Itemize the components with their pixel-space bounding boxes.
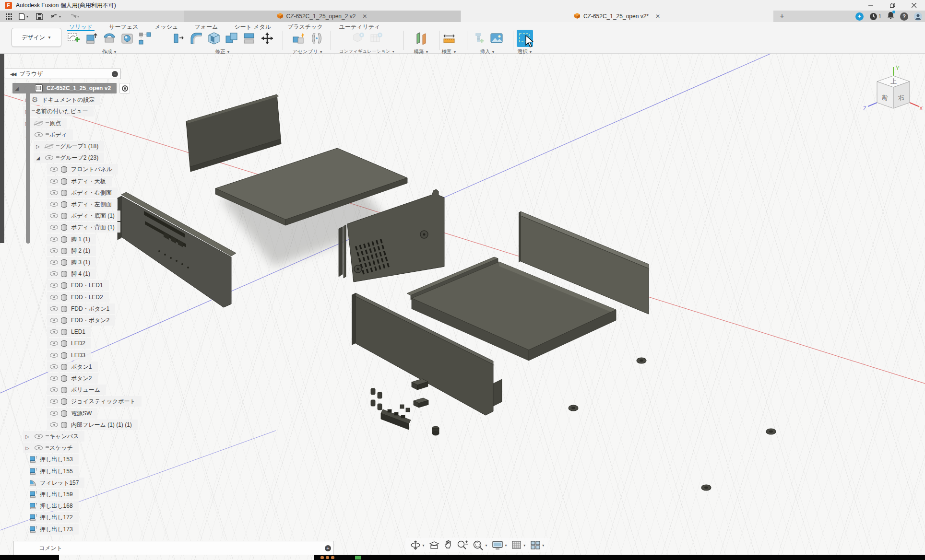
visibility-icon[interactable] (50, 237, 58, 242)
browser-row-node[interactable]: ▷キャンバス (23, 431, 84, 442)
visibility-icon[interactable] (45, 155, 53, 160)
ribbon-group-label[interactable]: 検査 ▼ (434, 48, 464, 55)
browser-row-node[interactable]: FDD・LED1 (47, 280, 109, 291)
visibility-icon[interactable] (50, 295, 58, 300)
extensions-icon[interactable]: ✦ (855, 12, 864, 21)
visibility-icon[interactable] (50, 376, 58, 381)
visibility-icon[interactable] (50, 399, 58, 404)
visibility-icon[interactable] (50, 387, 58, 392)
visibility-off-icon[interactable] (35, 121, 43, 126)
small-parts-cluster[interactable] (371, 379, 439, 435)
collapse-panel-icon[interactable]: ◀◀ (10, 71, 15, 77)
orbit-tool-icon[interactable]: ▼ (410, 540, 425, 550)
extrude-icon[interactable] (83, 30, 100, 47)
display-settings-icon[interactable]: ▼ (492, 540, 508, 550)
look-at-tool-icon[interactable] (429, 540, 439, 550)
activate-component-radio[interactable] (119, 83, 130, 93)
visibility-icon[interactable] (50, 179, 58, 184)
joint-icon[interactable] (308, 30, 325, 47)
visibility-icon[interactable] (50, 411, 58, 416)
measure-icon[interactable] (441, 30, 457, 47)
visibility-icon[interactable] (35, 445, 43, 450)
fit-tool-icon[interactable]: ▼ (472, 540, 488, 550)
visibility-off-icon[interactable] (45, 144, 53, 149)
browser-row-node[interactable]: ボディ・底面 (1) (47, 210, 120, 221)
document-tab-1[interactable]: CZ-652C_1_25_open_2 v2 ✕ (184, 11, 461, 22)
pattern-icon[interactable] (137, 30, 153, 47)
browser-row-node[interactable]: ▷スケッチ (23, 443, 79, 453)
pan-tool-icon[interactable] (443, 540, 453, 550)
visibility-icon[interactable] (50, 213, 58, 218)
browser-row-node[interactable]: LED3 (47, 350, 91, 361)
window-title-bar[interactable]: F Autodesk Fusion 個人用(商用利用不可) (0, 0, 925, 11)
browser-row-node[interactable]: 電源SW (47, 408, 97, 419)
visibility-icon[interactable] (50, 248, 58, 253)
visibility-icon[interactable] (50, 190, 58, 195)
browser-row-node[interactable]: FDD・LED2 (47, 292, 109, 303)
visibility-icon[interactable] (50, 318, 58, 323)
visibility-icon[interactable] (50, 341, 58, 346)
browser-row-node[interactable]: ボリューム (47, 385, 106, 395)
visibility-icon[interactable] (50, 225, 58, 230)
browser-row-node[interactable]: ◢グループ2 (23) (34, 152, 104, 163)
browser-row-feature[interactable]: ↑押し出し159 (30, 489, 79, 500)
move-icon[interactable] (259, 30, 275, 47)
browser-row-node[interactable]: 脚 2 (1) (47, 245, 96, 256)
document-tab-2[interactable]: CZ-652C_1_25_open v2* ✕ (461, 11, 773, 22)
browser-row-node[interactable]: LED1 (47, 327, 91, 337)
browser-row-feature[interactable]: ↑押し出し172 (30, 512, 79, 523)
ribbon-group-label[interactable]: 挿入 ▼ (464, 48, 510, 55)
visibility-icon[interactable] (50, 329, 58, 334)
visibility-icon[interactable] (50, 283, 58, 288)
browser-row-node[interactable]: 脚 1 (1) (47, 234, 96, 245)
browser-row-node[interactable]: ボディ・右側面 (47, 187, 118, 198)
browser-row-feature[interactable]: フィレット157 (30, 478, 84, 488)
tab-2-close-icon[interactable]: ✕ (655, 13, 660, 20)
ribbon-group-label[interactable]: 選択 ▼ (510, 48, 540, 55)
comment-bar[interactable]: コメント + (13, 541, 334, 555)
browser-row-node[interactable]: ボディ・左側面 (47, 199, 118, 210)
visibility-icon[interactable] (50, 306, 58, 311)
browser-row-node[interactable]: ▷名前の付いたビュー (23, 106, 94, 117)
tab-1-close-icon[interactable]: ✕ (362, 13, 367, 20)
job-status-icon[interactable]: 1 (869, 12, 881, 21)
visibility-icon[interactable] (50, 167, 58, 172)
viewports-icon[interactable]: ▼ (530, 540, 545, 550)
ribbon-group-label[interactable]: 構築 ▼ (406, 48, 437, 55)
browser-row-node[interactable]: ▷⚙ドキュメントの設定 (23, 94, 100, 105)
configuration-icon[interactable] (350, 30, 367, 47)
browser-scrollbar[interactable] (26, 85, 30, 244)
visibility-icon[interactable] (50, 260, 58, 265)
minimize-button[interactable] (860, 0, 882, 11)
visibility-icon[interactable] (50, 422, 58, 427)
zoom-tool-icon[interactable] (457, 540, 468, 550)
browser-row-feature[interactable]: ↑押し出し173 (30, 524, 79, 535)
construction-plane-icon[interactable] (413, 30, 429, 47)
browser-row-node[interactable]: ボタン1 (47, 362, 98, 372)
visibility-icon[interactable] (50, 364, 58, 369)
browser-row-node[interactable]: ボディ・背面 (1) (47, 222, 120, 233)
add-comment-icon[interactable]: + (325, 545, 331, 551)
press-pull-icon[interactable] (170, 30, 187, 47)
browser-row-node[interactable]: FDD・ボタン1 (47, 303, 115, 314)
insert-fastener-icon[interactable] (471, 30, 487, 47)
visibility-icon[interactable] (35, 434, 43, 439)
expand-arrow-icon[interactable]: ▷ (23, 434, 32, 439)
ribbon-group-label[interactable]: 作成 ▼ (61, 48, 157, 55)
profile-avatar[interactable] (914, 12, 922, 21)
redo-icon[interactable] (68, 13, 80, 20)
ribbon-group-label[interactable]: 修正 ▼ (165, 48, 280, 55)
collapse-arrow-icon[interactable]: ◢ (12, 86, 21, 91)
revolve-icon[interactable] (101, 30, 118, 47)
new-tab-button[interactable]: + (775, 11, 789, 22)
hole-icon[interactable] (119, 30, 135, 47)
browser-panel-header[interactable]: ◀◀ ブラウザ − (5, 69, 121, 79)
browser-row-node[interactable]: ボタン2 (47, 373, 98, 384)
new-component-icon[interactable] (291, 30, 307, 47)
browser-row-node[interactable]: LED2 (47, 338, 91, 349)
ribbon-group-label[interactable]: アセンブリ ▼ (287, 48, 328, 55)
close-button[interactable] (903, 0, 925, 11)
collapse-arrow-icon[interactable]: ◢ (34, 155, 42, 161)
restore-button[interactable] (882, 0, 903, 11)
visibility-icon[interactable] (50, 271, 58, 276)
